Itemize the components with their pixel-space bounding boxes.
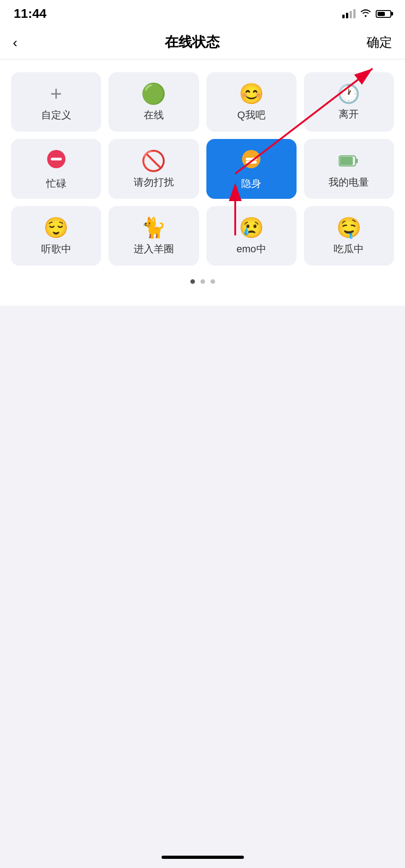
item-label-invisible: 隐身 — [241, 177, 261, 191]
status-bar: 11:44 — [0, 0, 405, 26]
item-label-music: 听歌中 — [41, 242, 71, 256]
main-content: + 自定义 🟢 在线 😊 Q我吧 🕐 离开 忙碌 — [0, 59, 405, 306]
status-time: 11:44 — [14, 6, 47, 21]
item-label-busy: 忙碌 — [46, 177, 66, 191]
qme-icon: 😊 — [239, 84, 264, 104]
svg-rect-10 — [356, 159, 358, 163]
sheep-icon: 🐈 — [141, 218, 166, 238]
item-label-sheep: 进入羊圈 — [134, 242, 174, 256]
svg-rect-11 — [340, 157, 353, 165]
dot-3 — [211, 279, 215, 284]
status-item-dnd[interactable]: 🚫 请勿打扰 — [108, 139, 199, 199]
svg-rect-8 — [246, 161, 257, 164]
item-label-qme: Q我吧 — [238, 108, 265, 122]
status-item-online[interactable]: 🟢 在线 — [108, 72, 199, 132]
status-item-sheep[interactable]: 🐈 进入羊圈 — [108, 206, 199, 266]
plus-icon: + — [50, 84, 62, 104]
wifi-icon — [360, 9, 371, 19]
back-button[interactable]: ‹ — [13, 35, 17, 50]
status-grid: + 自定义 🟢 在线 😊 Q我吧 🕐 离开 忙碌 — [11, 72, 394, 266]
melon-icon: 🤤 — [336, 218, 362, 238]
item-label-battery: 我的电量 — [329, 176, 369, 189]
battery-status-icon — [376, 10, 391, 18]
music-icon: 😌 — [43, 218, 69, 238]
svg-rect-5 — [51, 158, 62, 160]
dnd-icon: 🚫 — [141, 151, 166, 171]
item-label-melon: 吃瓜中 — [334, 242, 364, 256]
status-item-qme[interactable]: 😊 Q我吧 — [206, 72, 297, 132]
dot-1 — [190, 279, 195, 284]
status-item-busy[interactable]: 忙碌 — [11, 139, 101, 199]
page-title: 在线状态 — [165, 33, 220, 52]
home-indicator — [162, 856, 244, 859]
item-label-custom: 自定义 — [41, 108, 71, 122]
status-item-battery[interactable]: 我的电量 — [304, 139, 394, 199]
nav-bar: ‹ 在线状态 确定 — [0, 26, 405, 59]
item-label-away: 离开 — [339, 107, 359, 121]
dot-2 — [200, 279, 205, 284]
confirm-button[interactable]: 确定 — [367, 34, 392, 51]
status-item-melon[interactable]: 🤤 吃瓜中 — [304, 206, 394, 266]
signal-icon — [342, 9, 356, 18]
status-icons — [342, 9, 391, 19]
status-item-away[interactable]: 🕐 离开 — [304, 72, 394, 132]
item-label-online: 在线 — [144, 108, 164, 122]
gray-area — [0, 306, 405, 763]
status-item-custom[interactable]: + 自定义 — [11, 72, 101, 132]
item-label-dnd: 请勿打扰 — [134, 176, 174, 189]
busy-icon — [46, 149, 66, 172]
away-icon: 🕐 — [337, 85, 360, 103]
emo-icon: 😢 — [239, 218, 264, 238]
status-item-music[interactable]: 😌 听歌中 — [11, 206, 101, 266]
status-item-emo[interactable]: 😢 emo中 — [206, 206, 297, 266]
online-icon: 🟢 — [141, 84, 166, 104]
svg-rect-7 — [246, 158, 257, 160]
item-label-emo: emo中 — [237, 242, 266, 256]
battery-icon — [339, 151, 359, 171]
status-item-invisible[interactable]: 隐身 — [206, 139, 297, 199]
page-indicator — [11, 279, 394, 293]
invisible-icon — [241, 149, 261, 172]
